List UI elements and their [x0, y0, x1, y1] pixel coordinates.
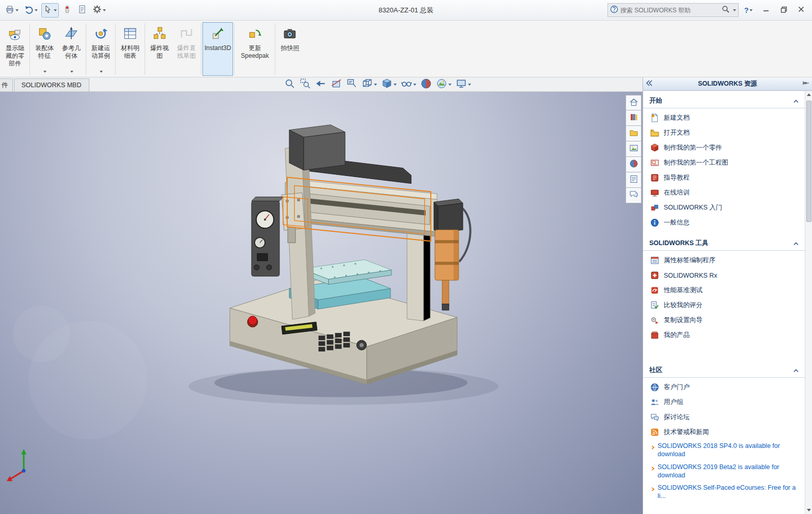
- section-view-button[interactable]: [330, 78, 343, 91]
- help-button[interactable]: ?: [741, 3, 756, 17]
- gauge-pod[interactable]: [252, 197, 284, 277]
- ribbon-button-reference-geometry[interactable]: 参考几何体: [58, 22, 85, 76]
- task-pane-item-tech-alerts[interactable]: 技术警戒和新闻: [643, 425, 805, 440]
- task-pane-item-first-part[interactable]: 制作我的第一个零件: [643, 140, 805, 155]
- section-header-start[interactable]: 开始: [643, 92, 805, 108]
- news-link[interactable]: SOLIDWORKS 2018 SP4.0 is available for d…: [643, 440, 805, 461]
- column-head[interactable]: [289, 125, 345, 170]
- task-pane-item-discussion-forum[interactable]: 探讨论坛: [643, 410, 805, 425]
- view-orientation-button[interactable]: [361, 78, 378, 91]
- dropdown-caret-icon[interactable]: [413, 84, 416, 86]
- options-button[interactable]: [90, 3, 108, 18]
- task-pane-item-user-groups[interactable]: 用户组: [643, 395, 805, 410]
- ribbon-button-assembly-features[interactable]: 装配体特征: [31, 22, 58, 76]
- task-pane-item-performance-benchmark[interactable]: 性能基准测试: [643, 283, 805, 298]
- section-header-tools[interactable]: SOLIDWORKS 工具: [643, 234, 805, 251]
- print-button[interactable]: [3, 3, 21, 18]
- select-tool-button[interactable]: [41, 3, 59, 18]
- restore-button[interactable]: [776, 3, 791, 17]
- ribbon-button-label: 爆炸直线草图: [175, 44, 198, 60]
- task-pane-item-general-info[interactable]: 一般信息: [643, 215, 805, 230]
- rebuild-button[interactable]: [60, 3, 74, 18]
- view-settings-button[interactable]: [455, 78, 472, 91]
- task-pane-item-open-document[interactable]: 打开文档: [643, 125, 805, 140]
- search-box[interactable]: [607, 3, 739, 17]
- forum-tab[interactable]: [626, 188, 642, 203]
- ribbon-button-exploded-view[interactable]: 爆炸视图: [146, 22, 173, 76]
- dropdown-caret-icon[interactable]: [70, 71, 73, 73]
- scrollbar-thumb[interactable]: [806, 101, 811, 222]
- zoom-to-area-button[interactable]: [299, 78, 312, 91]
- scroll-up-button[interactable]: [805, 91, 812, 99]
- ribbon-button-update-speedpak[interactable]: 更新 Speedpak: [236, 22, 274, 76]
- undo-button[interactable]: [22, 3, 40, 18]
- command-tab-row: 件 SOLIDWORKS MBD: [0, 77, 643, 92]
- display-style-button[interactable]: [380, 78, 398, 91]
- display-style-icon: [381, 78, 393, 91]
- file-explorer-tab[interactable]: [626, 126, 642, 141]
- search-dropdown-caret-icon[interactable]: [733, 9, 736, 11]
- minimize-button[interactable]: [758, 3, 774, 17]
- edit-appearance-button[interactable]: [419, 78, 433, 91]
- task-pane-item-property-tab-builder[interactable]: 属性标签编制程序: [643, 253, 805, 268]
- news-link[interactable]: SOLIDWORKS 2019 Beta2 is available for d…: [643, 461, 805, 482]
- view-palette-tab[interactable]: [626, 141, 642, 157]
- dropdown-caret-icon[interactable]: [100, 71, 103, 73]
- ribbon-button-show-hidden-components[interactable]: 显示隐藏的零部件: [2, 22, 28, 76]
- dropdown-caret-icon[interactable]: [43, 71, 46, 73]
- dropdown-caret-icon[interactable]: [448, 84, 451, 86]
- model-canvas[interactable]: [0, 92, 643, 514]
- task-pane-item-solidworks-rx[interactable]: SOLIDWORKS Rx: [643, 268, 805, 283]
- section-title: SOLIDWORKS 工具: [649, 239, 709, 248]
- graphics-viewport[interactable]: [0, 92, 643, 514]
- tab-addins[interactable]: 件: [0, 78, 13, 91]
- task-pane-item-online-training[interactable]: 在线培训: [643, 185, 805, 200]
- select-cursor-icon: [43, 5, 53, 15]
- ribbon-button-take-snapshot[interactable]: 拍快照: [276, 22, 303, 76]
- previous-view-button[interactable]: [314, 78, 327, 91]
- task-pane-item-first-drawing[interactable]: 制作我的第一个工程图: [643, 155, 805, 170]
- appearances-tab[interactable]: [626, 157, 642, 172]
- dynamic-annotation-button[interactable]: [345, 78, 358, 91]
- dropdown-caret-icon[interactable]: [468, 84, 471, 86]
- tab-solidworks-mbd[interactable]: SOLIDWORKS MBD: [14, 78, 89, 91]
- apply-scene-button[interactable]: [435, 78, 452, 91]
- task-pane-item-copy-settings[interactable]: 复制设置向导: [643, 313, 805, 328]
- dropdown-caret-icon[interactable]: [374, 84, 377, 86]
- headsup-view-toolbar: [283, 78, 472, 91]
- task-pane-body: 开始 新建文档 打开文档 制作我的第一个: [643, 91, 812, 514]
- section-header-community[interactable]: 社区: [643, 361, 805, 378]
- dispenser-actuator[interactable]: [434, 199, 471, 310]
- file-properties-button[interactable]: [75, 3, 89, 18]
- task-pane-item-compare-score[interactable]: 比较我的评分: [643, 298, 805, 313]
- search-input[interactable]: [620, 7, 720, 14]
- task-pane-item-tutorials[interactable]: 指导教程: [643, 170, 805, 185]
- dropdown-caret-icon[interactable]: [394, 84, 397, 86]
- chevron-up-icon[interactable]: [793, 367, 799, 374]
- close-button[interactable]: [793, 3, 809, 17]
- home-tab[interactable]: [626, 95, 642, 110]
- task-pane-item-my-products[interactable]: 我的产品: [643, 328, 805, 343]
- item-label: 属性标签编制程序: [664, 256, 715, 265]
- ribbon-button-instant3d[interactable]: Instant3D: [202, 22, 233, 76]
- task-pane-item-customer-portal[interactable]: 客户门户: [643, 380, 805, 395]
- chevron-up-icon[interactable]: [793, 98, 799, 105]
- print-icon: [5, 5, 14, 15]
- task-pane-item-getting-started[interactable]: SOLIDWORKS 入门: [643, 200, 805, 215]
- hide-show-items-button[interactable]: [400, 78, 417, 91]
- collapse-chevron-icon[interactable]: [646, 79, 653, 88]
- task-pane-item-new-document[interactable]: 新建文档: [643, 110, 805, 125]
- pin-icon[interactable]: [802, 79, 809, 88]
- news-link[interactable]: SOLIDWORKS Self-Paced eCourses: Free for…: [643, 481, 805, 503]
- performance-benchmark-icon: [650, 286, 659, 295]
- design-library-tab[interactable]: [626, 110, 642, 126]
- custom-properties-tab[interactable]: [626, 172, 642, 188]
- chevron-up-icon[interactable]: [793, 240, 799, 247]
- search-icon[interactable]: [722, 5, 730, 15]
- assembly-features-icon: [37, 26, 52, 42]
- scroll-down-button[interactable]: [805, 506, 812, 514]
- zoom-to-fit-button[interactable]: [283, 78, 296, 91]
- ribbon-button-bill-of-materials[interactable]: 材料明细表: [117, 22, 144, 76]
- ribbon-button-new-motion-study[interactable]: 新建运动算例: [87, 22, 114, 76]
- task-pane-scrollbar[interactable]: [805, 91, 812, 514]
